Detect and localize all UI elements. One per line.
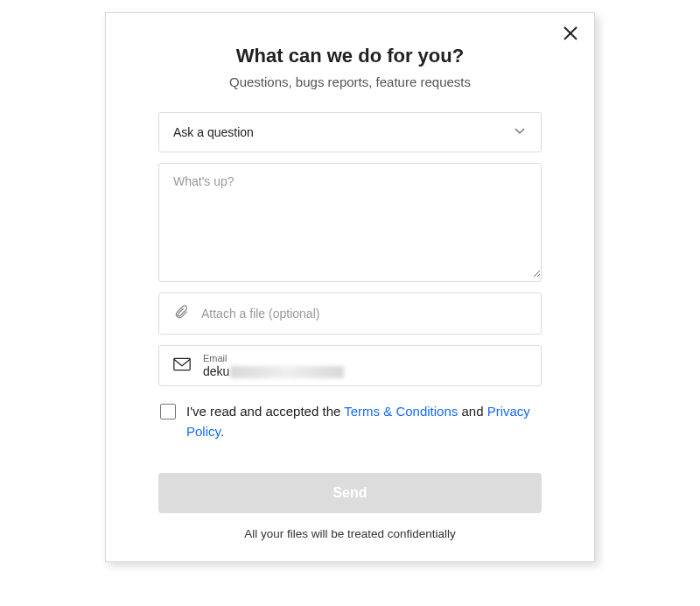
consent-checkbox[interactable] (160, 404, 176, 419)
paperclip-icon (173, 304, 189, 323)
contact-modal: What can we do for you? Questions, bugs … (105, 12, 595, 562)
consent-row: I've read and accepted the Terms & Condi… (158, 402, 542, 441)
close-icon (563, 29, 578, 44)
terms-link[interactable]: Terms & Conditions (344, 404, 458, 419)
mail-icon (173, 357, 191, 375)
email-content: Email deku (203, 353, 527, 378)
send-button[interactable]: Send (158, 473, 542, 513)
close-button[interactable] (563, 25, 578, 41)
modal-subtitle: Questions, bugs reports, feature request… (158, 74, 542, 89)
topic-select-value: Ask a question (173, 125, 254, 139)
attach-file-label: Attach a file (optional) (201, 307, 319, 321)
consent-prefix: I've read and accepted the (186, 404, 344, 419)
email-label: Email (203, 353, 527, 363)
svg-rect-2 (174, 358, 190, 370)
topic-select[interactable]: Ask a question (158, 112, 542, 152)
message-field (158, 163, 542, 282)
chevron-down-icon (513, 123, 527, 141)
message-textarea[interactable] (159, 164, 541, 278)
email-value-visible: deku (203, 364, 229, 378)
email-redacted (230, 366, 344, 378)
modal-title: What can we do for you? (158, 45, 542, 67)
consent-text: I've read and accepted the Terms & Condi… (186, 402, 540, 441)
consent-middle: and (458, 404, 486, 419)
consent-suffix: . (220, 424, 224, 439)
attach-file-field[interactable]: Attach a file (optional) (158, 292, 542, 335)
email-field[interactable]: Email deku (158, 345, 542, 386)
email-value: deku (203, 364, 527, 378)
modal-header: What can we do for you? Questions, bugs … (158, 45, 542, 89)
confidentiality-footer: All your files will be treated confident… (158, 527, 542, 540)
